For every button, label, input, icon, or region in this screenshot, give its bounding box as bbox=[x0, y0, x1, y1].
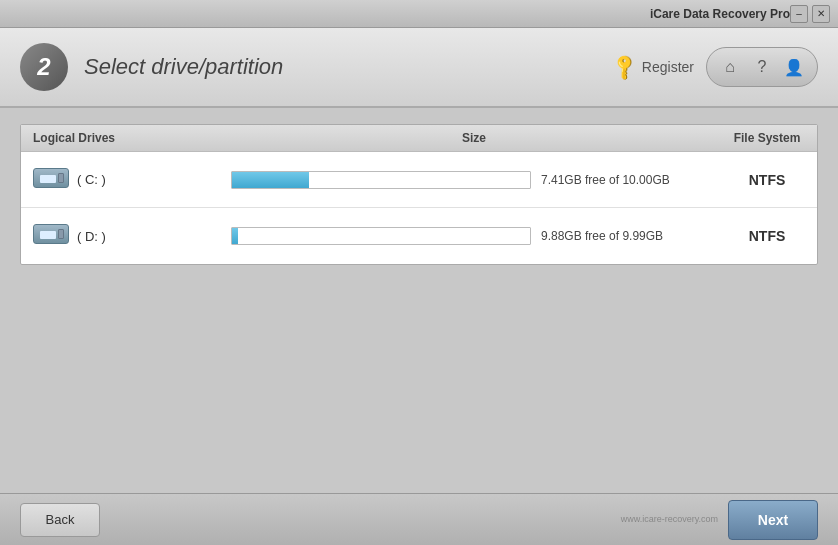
size-text-c: 7.41GB free of 10.00GB bbox=[541, 173, 670, 187]
drive-table: Logical Drives Size File System ( C: ) 7 bbox=[20, 124, 818, 265]
nav-icons: ⌂ ? 👤 bbox=[706, 47, 818, 87]
footer: Back www.icare-recovery.com Next bbox=[0, 493, 838, 545]
app-title: iCare Data Recovery Pro bbox=[650, 7, 790, 21]
drive-name-c: ( C: ) bbox=[77, 172, 106, 187]
register-label: Register bbox=[642, 59, 694, 75]
size-text-d: 9.88GB free of 9.99GB bbox=[541, 229, 663, 243]
window-controls: – ✕ bbox=[790, 5, 830, 23]
watermark: www.icare-recovery.com bbox=[621, 513, 718, 526]
header-actions: 🔑 Register ⌂ ? 👤 bbox=[614, 47, 818, 87]
size-cell-c: 7.41GB free of 10.00GB bbox=[231, 171, 717, 189]
progress-bar-d bbox=[231, 227, 531, 245]
drive-cell-d: ( D: ) bbox=[21, 224, 231, 248]
step-number: 2 bbox=[20, 43, 68, 91]
user-button[interactable]: 👤 bbox=[779, 52, 809, 82]
back-button[interactable]: Back bbox=[20, 503, 100, 537]
key-icon: 🔑 bbox=[609, 51, 640, 82]
close-button[interactable]: ✕ bbox=[812, 5, 830, 23]
drive-icon-c bbox=[33, 168, 69, 192]
size-cell-d: 9.88GB free of 9.99GB bbox=[231, 227, 717, 245]
home-button[interactable]: ⌂ bbox=[715, 52, 745, 82]
register-button[interactable]: 🔑 Register bbox=[614, 56, 694, 78]
col-size-header: Size bbox=[231, 131, 717, 145]
header: 2 Select drive/partition 🔑 Register ⌂ ? … bbox=[0, 28, 838, 108]
table-row[interactable]: ( D: ) 9.88GB free of 9.99GB NTFS bbox=[21, 208, 817, 264]
drive-cell-c: ( C: ) bbox=[21, 168, 231, 192]
main-content: Logical Drives Size File System ( C: ) 7 bbox=[0, 108, 838, 493]
fs-cell-c: NTFS bbox=[717, 172, 817, 188]
progress-fill-d bbox=[232, 228, 238, 244]
help-button[interactable]: ? bbox=[747, 52, 777, 82]
fs-cell-d: NTFS bbox=[717, 228, 817, 244]
footer-right: www.icare-recovery.com Next bbox=[621, 500, 818, 540]
page-title: Select drive/partition bbox=[84, 54, 614, 80]
col-drives-header: Logical Drives bbox=[21, 131, 231, 145]
progress-fill-c bbox=[232, 172, 309, 188]
drive-name-d: ( D: ) bbox=[77, 229, 106, 244]
col-fs-header: File System bbox=[717, 131, 817, 145]
next-button[interactable]: Next bbox=[728, 500, 818, 540]
drive-icon-d bbox=[33, 224, 69, 248]
progress-bar-c bbox=[231, 171, 531, 189]
table-header: Logical Drives Size File System bbox=[21, 125, 817, 152]
title-bar: iCare Data Recovery Pro – ✕ bbox=[0, 0, 838, 28]
minimize-button[interactable]: – bbox=[790, 5, 808, 23]
table-row[interactable]: ( C: ) 7.41GB free of 10.00GB NTFS bbox=[21, 152, 817, 208]
